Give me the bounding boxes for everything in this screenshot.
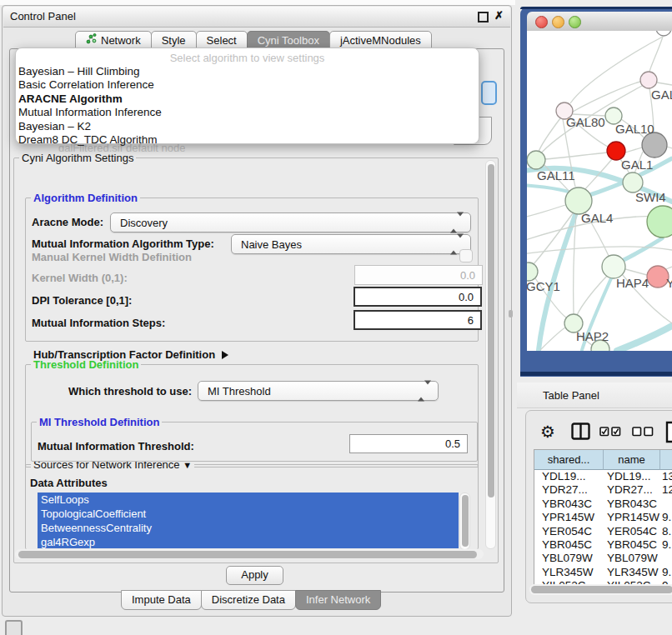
close-button[interactable] — [535, 16, 548, 28]
dropdown-item-dream8-dc-tdc-algorithm[interactable]: Dream8 DC_TDC Algorithm — [16, 133, 479, 147]
gear-icon[interactable]: ⚙ — [539, 422, 556, 442]
table-cell — [660, 552, 672, 565]
network-node[interactable] — [656, 31, 671, 36]
table-cell: YBR043C — [534, 498, 604, 511]
table-cell: YBL079W — [604, 552, 660, 565]
mi-algorithm-type-select[interactable]: Naive Bayes — [231, 234, 471, 254]
mi-type-label: Mutual Information Algorithm Type: — [32, 238, 214, 250]
attribute-item-topologicalcoefficient[interactable]: TopologicalCoefficient — [38, 507, 459, 521]
minimize-button[interactable] — [552, 16, 564, 28]
minimized-panel-icon[interactable] — [5, 620, 23, 635]
tab-infer-network[interactable]: Infer Network — [295, 590, 381, 610]
document-icon[interactable] — [665, 421, 672, 447]
table-cell: YLR345W — [604, 566, 660, 579]
aracne-mode-label: Aracne Mode: — [32, 216, 103, 228]
select-all-icon[interactable] — [599, 427, 621, 437]
table-cell: YLR345W — [534, 566, 604, 579]
mi-threshold-field[interactable]: 0.5 — [349, 434, 468, 453]
tab-discretize-data[interactable]: Discretize Data — [201, 590, 296, 610]
dropdown-item-bayesian-hill-climbing[interactable]: Bayesian – Hill Climbing — [16, 65, 479, 78]
table-cell: YBR045C — [604, 538, 660, 552]
network-node[interactable] — [642, 132, 667, 158]
aracne-mode-select[interactable]: Discovery — [110, 212, 471, 232]
network-node[interactable] — [527, 262, 538, 281]
close-icon[interactable]: ✗ — [494, 9, 504, 22]
tab-impute-data[interactable]: Impute Data — [121, 590, 202, 610]
attribute-item-betweennesscentrality[interactable]: BetweennessCentrality — [38, 521, 459, 535]
kernel-width-field[interactable]: 0.0 — [354, 265, 483, 285]
dropdown-placeholder: Select algorithm to view settings — [16, 52, 479, 65]
table-cell: 8. — [660, 525, 672, 538]
table-row[interactable]: YLR345WYLR345W9. — [534, 566, 672, 579]
table-row[interactable]: YBL079WYBL079W — [534, 552, 672, 565]
network-window-titlebar — [527, 12, 672, 32]
data-attributes-label: Data Attributes — [30, 477, 108, 489]
attributes-list-scrollbar[interactable] — [459, 492, 470, 550]
control-panel-title: Control Panel — [10, 10, 76, 22]
table-row[interactable]: YBR043CYBR043C — [534, 498, 672, 511]
deselect-all-icon[interactable] — [632, 427, 654, 437]
attribute-item-gal4rgexp[interactable]: gal4RGexp — [38, 535, 459, 548]
network-node[interactable] — [527, 151, 545, 169]
node-label-gal11: GAL11 — [537, 168, 575, 182]
expand-right-arrow-icon — [222, 351, 228, 359]
splitpane-divider-handle[interactable] — [509, 310, 513, 318]
column-header-name[interactable]: name — [604, 450, 660, 470]
float-window-icon[interactable] — [478, 12, 489, 22]
table-panel-header: Table Panel — [517, 382, 672, 408]
split-columns-icon[interactable] — [571, 422, 590, 443]
settings-vertical-scrollbar[interactable] — [485, 160, 496, 549]
kernel-width-label: Kernel Width (0,1): — [32, 272, 128, 284]
node-label-swi4: SWI4 — [635, 190, 666, 204]
dpi-tolerance-label: DPI Tolerance [0,1]: — [32, 294, 132, 307]
table-cell: YDL19... — [604, 470, 660, 483]
network-node[interactable] — [640, 72, 657, 88]
control-panel-titlebar: Control Panel ✗ — [3, 7, 510, 28]
manual-kernel-label: Manual Kernel Width Definition — [32, 251, 192, 263]
node-label-gal: GAL — [651, 88, 672, 102]
table-cell: 13 — [660, 470, 672, 483]
dpi-tolerance-field[interactable]: 0.0 — [354, 287, 482, 307]
node-label-hap2: HAP2 — [576, 329, 609, 343]
screenshot-root: Control Panel ✗ NetworkStyleSelectCyni T… — [0, 0, 672, 635]
network-canvas[interactable]: GALGAL80GAL10GAL1GAL11GAL4SWI4GCY1HAP4YH… — [527, 31, 672, 351]
node-label-y: Y — [666, 276, 672, 290]
column-header-shared[interactable]: shared... — [534, 450, 604, 470]
network-node[interactable] — [647, 206, 672, 238]
hub-definition-expander[interactable]: Hub/Transcription Factor Definition — [33, 348, 228, 361]
node-label-gal1: GAL1 — [621, 158, 653, 172]
apply-button[interactable]: Apply — [226, 566, 283, 585]
settings-horizontal-scrollbar[interactable] — [15, 549, 484, 559]
table-cell: YBR043C — [604, 498, 660, 511]
table-cell: YDR27... — [534, 483, 604, 497]
mi-threshold-definition-title: MI Threshold Definition — [37, 416, 162, 428]
table-row[interactable]: YDL19...YDL19...13 — [534, 470, 672, 483]
node-label-gal10: GAL10 — [615, 122, 654, 136]
table-row[interactable]: YER054CYER054C8. — [534, 525, 672, 538]
which-threshold-select[interactable]: MI Threshold — [198, 381, 439, 401]
partially-hidden-combo-fragment — [481, 81, 497, 105]
table-panel-title: Table Panel — [543, 389, 599, 402]
mi-steps-field[interactable]: 6 — [354, 310, 482, 330]
table-cell — [660, 498, 672, 511]
zoom-button[interactable] — [569, 16, 581, 28]
table-cell: YBR045C — [534, 538, 604, 552]
column-header-a[interactable]: A — [660, 450, 672, 470]
table-cell: 9. — [660, 538, 672, 552]
dropdown-item-aracne-algorithm[interactable]: ARACNE Algorithm — [16, 92, 479, 106]
table-row[interactable]: YDR27...YDR27...12 — [534, 483, 672, 497]
table-horizontal-scrollbar[interactable] — [529, 584, 672, 595]
dropdown-item-bayesian-k2[interactable]: Bayesian – K2 — [16, 120, 479, 133]
dropdown-item-basic-correlation-inference[interactable]: Basic Correlation Inference — [16, 78, 479, 92]
manual-kernel-checkbox[interactable] — [459, 249, 473, 262]
table-rows: YDL19...YDL19...13YDR27...YDR27...12YBR0… — [534, 470, 672, 586]
tab-label: Discretize Data — [212, 591, 285, 609]
table-row[interactable]: YBR045CYBR045C9. — [534, 538, 672, 552]
attribute-item-selfloops[interactable]: SelfLoops — [38, 492, 459, 507]
network-node[interactable] — [602, 255, 625, 278]
table-row[interactable]: YPR145WYPR145W9. — [534, 511, 672, 524]
dropdown-item-mutual-information-inference[interactable]: Mutual Information Inference — [16, 106, 479, 119]
table-cell: YDR27... — [604, 483, 660, 497]
table-cell: YER054C — [604, 525, 660, 538]
table-cell: YPR145W — [604, 511, 660, 524]
